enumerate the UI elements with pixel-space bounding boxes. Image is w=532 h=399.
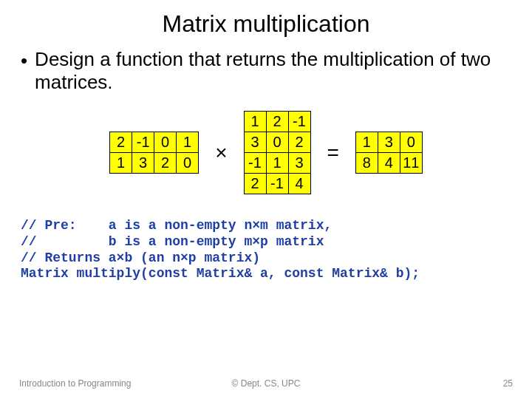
cell: 2 [266,112,288,132]
cell: 0 [400,132,422,153]
cell: -1 [266,174,288,194]
cell: 2 [110,132,132,153]
cell: 1 [244,112,266,132]
code-line: // Pre: a is a non-empty n×m matrix, [21,218,332,233]
table-row: 3 0 2 [244,132,310,153]
cell: 2 [244,174,266,194]
cell: -1 [288,112,310,132]
table-row: 1 2 -1 [244,112,310,132]
cell: 1 [355,132,378,153]
cell: 11 [400,153,422,174]
cell: 3 [132,153,154,174]
equals-operator: = [327,141,339,165]
cell: 4 [288,174,310,194]
cell: 0 [177,153,199,174]
cell: 2 [154,153,177,174]
table-row: 1 3 2 0 [110,153,199,174]
cell: 3 [244,132,266,153]
code-block: // Pre: a is a non-empty n×m matrix, // … [0,218,532,282]
footer-right: 25 [503,378,513,389]
code-line: // b is a non-empty m×p matrix [21,234,324,249]
matrix-a: 2 -1 0 1 1 3 2 0 [109,132,199,174]
cell: 1 [177,132,199,153]
bullet-text: Design a function that returns the multi… [35,48,511,93]
matrix-c: 1 3 0 8 4 11 [355,132,423,174]
table-row: 2 -1 0 1 [110,132,199,153]
slide: Matrix multiplication • Design a functio… [0,0,532,399]
code-line: Matrix multiply(const Matrix& a, const M… [21,266,420,281]
footer-center: © Dept. CS, UPC [0,378,532,389]
table-row: -1 1 3 [244,153,310,174]
cell: 0 [154,132,177,153]
cell: -1 [132,132,154,153]
cell: 3 [378,132,400,153]
cell: 0 [266,132,288,153]
bullet-dot: • [21,50,27,72]
footer: Introduction to Programming © Dept. CS, … [0,378,532,389]
cell: 1 [266,153,288,174]
bullet-item: • Design a function that returns the mul… [0,48,532,93]
slide-title: Matrix multiplication [0,10,532,38]
table-row: 8 4 11 [355,153,422,174]
cell: -1 [244,153,266,174]
cell: 3 [288,153,310,174]
matrix-b: 1 2 -1 3 0 2 -1 1 3 2 -1 4 [244,111,311,194]
cell: 8 [355,153,378,174]
matrix-equation: 2 -1 0 1 1 3 2 0 × 1 2 -1 3 0 2 [0,111,532,194]
table-row: 2 -1 4 [244,174,310,194]
times-operator: × [215,141,227,165]
cell: 1 [110,153,132,174]
code-line: // Returns a×b (an n×p matrix) [21,250,260,265]
cell: 4 [378,153,400,174]
cell: 2 [288,132,310,153]
table-row: 1 3 0 [355,132,422,153]
